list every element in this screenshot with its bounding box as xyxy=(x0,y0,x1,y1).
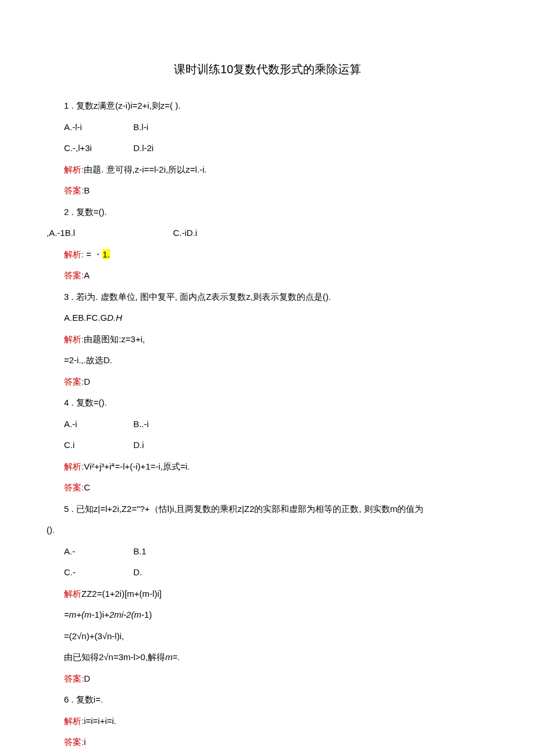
q5-jiexi: 解析ZZ2=(1+2i)[m+(m-l)i] xyxy=(64,586,488,603)
q1-opt-a: A.-l-i xyxy=(64,119,131,136)
q3-line2: =2-i.,.故选D. xyxy=(64,352,488,369)
q3-opt-d: D.H xyxy=(107,313,122,323)
q5-daan: 答案:D xyxy=(64,671,488,687)
q5-l2a: =m+(m- xyxy=(64,610,95,619)
daan-text: B xyxy=(84,185,90,195)
jiexi-label: 解析: xyxy=(64,716,84,726)
jiexi-text: Vi²+j³+i⁴=-l+(-i)+1=-i,原式=i. xyxy=(84,461,190,471)
q2-opts: ,A.-1B.l C.-iD.i xyxy=(47,225,488,242)
q5-opt-b: B.1 xyxy=(133,543,147,560)
q2-jiexi: 解析: = ・1. xyxy=(64,246,488,263)
q4-opt-a: A.-i xyxy=(64,416,131,433)
q1-daan: 答案:B xyxy=(64,182,488,199)
q1-opt-c: C.-,l+3i xyxy=(64,140,131,157)
jiexi-text: 由题. 意可得,z-i==l-2i,所以z=l.-i. xyxy=(84,164,206,174)
jiexi-text: 由题图知:z=3+i, xyxy=(84,334,145,344)
q5-opt-a: A.- xyxy=(64,543,131,560)
q5-line3: =(2√n)+(3√n-l)i, xyxy=(64,628,488,645)
page-title: 课时训练10复数代数形式的乘除运算 xyxy=(47,58,488,80)
daan-label: 答案: xyxy=(64,377,84,386)
q1-opts-ab: A.-l-i B.l-i xyxy=(64,119,488,136)
jiexi-text: i=i=i+i=i. xyxy=(84,716,116,726)
q1-jiexi: 解析:由题. 意可得,z-i==l-2i,所以z=l.-i. xyxy=(64,162,488,178)
q4-opts-cd: C.i D.i xyxy=(64,437,488,454)
jiexi-label: 解析 xyxy=(64,589,81,599)
jiexi-label: 解析: xyxy=(64,164,84,174)
jiexi-label: 解析: xyxy=(64,334,84,344)
jiexi-text: ZZ2=(1+2i)[m+(m-l)i] xyxy=(81,589,162,599)
q5-opts-cd: C.- D. xyxy=(64,564,488,581)
q5-l4a: 由已知得2√n=3m-l>0,解得 xyxy=(64,652,165,662)
q4-jiexi: 解析:Vi²+j³+i⁴=-l+(-i)+1=-i,原式=i. xyxy=(64,458,488,475)
daan-label: 答案: xyxy=(64,185,84,195)
q2-daan: 答案:A xyxy=(64,267,488,284)
q1-stem: 1 . 复数z满意(z-i)i=2+i,则z=( ). xyxy=(64,98,488,114)
daan-label: 答案: xyxy=(64,482,84,492)
jiexi-text: = ・ xyxy=(84,249,102,259)
q3-jiexi: 解析:由题图知:z=3+i, xyxy=(64,331,488,348)
q6-daan: 答案:i xyxy=(64,734,488,751)
q4-opt-b: B..-i xyxy=(133,416,149,433)
q4-opt-c: C.i xyxy=(64,437,131,454)
q3-opts-abc: A.EB.FC.G xyxy=(64,313,107,323)
q2-opts-cd: C.-iD.i xyxy=(173,228,198,238)
daan-label: 答案: xyxy=(64,737,84,747)
q6-stem: 6 . 复数i=. xyxy=(64,691,488,708)
q5-l2c: 2mi-2(m- xyxy=(109,610,144,619)
q5-line4: 由已知得2√n=3m-l>0,解得m=. xyxy=(64,649,488,666)
daan-text: A xyxy=(84,270,90,280)
q3-daan: 答案:D xyxy=(64,374,488,390)
q3-stem: 3 . 若i为. 虚数单位, 图中复平, 面内点Z表示复数z,则表示复数的点是(… xyxy=(64,289,488,306)
q5-stem-b: (). xyxy=(47,522,488,539)
daan-text: D xyxy=(84,377,90,386)
daan-label: 答案: xyxy=(64,270,84,280)
q5-l2d: 1) xyxy=(144,610,152,619)
q6-jiexi: 解析:i=i=i+i=i. xyxy=(64,713,488,730)
daan-text: i xyxy=(84,737,85,747)
q5-opts-ab: A.- B.1 xyxy=(64,543,488,560)
jiexi-highlight: 1. xyxy=(102,249,110,259)
q5-stem-a: 5 . 已知z|=l+2i,Z2="?+（怙l)i,且两复数的乘积z|Z2的实部… xyxy=(64,501,488,518)
q2-opts-ab: ,A.-1B.l xyxy=(47,228,75,238)
daan-label: 答案: xyxy=(64,673,84,683)
q5-line2: =m+(m-1)i+2mi-2(m-1) xyxy=(64,607,488,624)
q2-stem: 2 . 复数=(). xyxy=(64,204,488,221)
q1-opts-cd: C.-,l+3i D.l-2i xyxy=(64,140,488,157)
q4-opt-d: D.i xyxy=(133,437,144,454)
jiexi-label: 解析: xyxy=(64,249,84,259)
q5-opt-c: C.- xyxy=(64,564,131,581)
q1-opt-b: B.l-i xyxy=(133,119,148,136)
q3-opts: A.EB.FC.GD.H xyxy=(64,310,488,327)
daan-text: C xyxy=(84,482,90,492)
q5-l2b: 1)i+ xyxy=(95,610,109,619)
q4-stem: 4 . 复数=(). xyxy=(64,395,488,411)
q5-l4b: m=. xyxy=(165,652,180,662)
q4-daan: 答案:C xyxy=(64,479,488,496)
q5-opt-d: D. xyxy=(133,564,142,581)
q1-opt-d: D.l-2i xyxy=(133,140,154,157)
daan-text: D xyxy=(84,673,90,683)
q4-opts-ab: A.-i B..-i xyxy=(64,416,488,433)
jiexi-label: 解析: xyxy=(64,461,84,471)
